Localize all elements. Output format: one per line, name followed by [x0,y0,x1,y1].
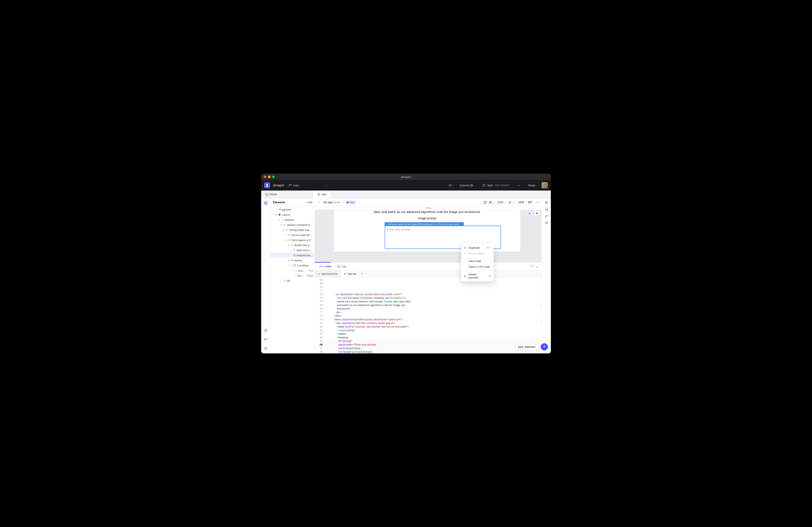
sliders-icon[interactable] [545,201,548,204]
context-menu: ⧉Duplicate⌘ D↺Reset statesView codeOpen … [461,244,494,282]
tree-item[interactable]: ▾section.container.fl… [271,222,315,227]
fullscreen-icon[interactable] [531,264,534,268]
inspect-icon[interactable] [545,207,548,211]
refresh-icon[interactable] [483,201,487,204]
git-icon[interactable] [263,336,269,342]
tree-item[interactable]: TGenerateFalse [271,273,315,278]
more-icon[interactable]: ⋯ [516,182,522,188]
svg-point-23 [537,213,537,214]
canvas[interactable]: 974px idea, and watch as our advanced al… [315,206,541,262]
branch-icon [289,184,292,187]
menu-item[interactable]: 🗑Delete element⌫ [461,272,494,280]
sync-selection-button[interactable]: Sync Selection [515,344,538,350]
target-icon[interactable] [534,211,540,216]
selection-chip[interactable]: › textarea.border.border-slate-200.round… [385,222,464,226]
page-tabs: Home App [261,191,551,199]
add-button[interactable]: + Add [305,201,312,204]
window-title: aimages [261,175,551,178]
panels-icon[interactable] [545,221,548,224]
tree-item[interactable]: ▾form.space-y-6 [271,237,315,243]
branch-selector[interactable]: main ⌄ [289,184,328,187]
svg-point-27 [547,203,548,204]
svg-point-1 [289,186,290,186]
tree-item[interactable]: ›label.text-sm.… [271,248,315,253]
svg-point-5 [264,338,265,339]
help-button[interactable]: ? [541,343,548,350]
tree-item[interactable]: ›div.mx-auto.flex.… [271,232,315,237]
bottom-panel: </> Code Log ⌄ [315,262,541,353]
tree-item[interactable]: ›Fragment [271,207,315,212]
log-icon [337,265,340,268]
chevron-right-icon: › [386,223,387,225]
tree-item[interactable]: ▾Layout [271,212,315,217]
sidebar-title: Elements [273,201,285,204]
svg-point-7 [266,338,267,339]
tree-item[interactable]: ▾children [271,217,315,222]
menu-item[interactable]: ⧉Duplicate⌘ D [461,245,494,251]
menu-item: ↺Reset states [461,251,494,256]
tree-item[interactable]: ▾div.flex.flex-col.… [271,243,315,248]
titlebar: aimages [261,174,551,180]
chevron-down-icon[interactable]: ⌄ [536,264,539,268]
dimensions-input[interactable]: 1920 × 907 [517,200,534,205]
crumb-board[interactable]: App Board [322,200,342,204]
tab-app[interactable]: App [313,191,331,199]
gutter: 6869707172737475767778798081828384858687… [315,277,324,353]
react-icon: ❀ [344,272,346,275]
project-name[interactable]: aimages [273,184,284,187]
sync-icon [482,184,485,187]
zoom-icon[interactable] [272,176,275,178]
tab-code[interactable]: </> Code [316,263,334,270]
svg-point-0 [289,184,290,185]
svg-rect-10 [284,224,286,225]
undo-redo[interactable] [447,182,453,188]
svg-rect-12 [289,234,290,236]
zoom-selector[interactable]: 100% ⌄ [497,201,506,204]
tree-item[interactable]: ›TLoading…True [271,268,315,273]
sync-button[interactable]: Sync Just updated [479,182,513,188]
logo-icon[interactable] [264,182,270,188]
home-icon [265,193,269,196]
file-tab-app[interactable]: ❀ App.tsx [341,270,360,277]
device-selector[interactable]: ⌄ [508,201,514,204]
commit-button[interactable]: Commit (9) [456,182,476,188]
notes-icon[interactable] [263,327,269,334]
element-tree[interactable]: ›Fragment▾Layout▾children▾section.contai… [271,206,315,353]
close-icon[interactable] [264,176,266,178]
tab-home[interactable]: Home [261,191,281,199]
play-icon[interactable] [527,211,533,216]
tab-log[interactable]: Log [334,263,349,270]
avatar[interactable] [541,182,548,188]
terminal-icon[interactable] [263,345,269,351]
code-editor[interactable]: 6869707172737475767778798081828384858687… [315,277,541,353]
new-file-button[interactable]: + [359,270,365,277]
layers-icon[interactable] [263,200,269,206]
svg-point-6 [264,340,265,340]
more-icon[interactable]: ⋯ [536,201,539,204]
svg-rect-8 [264,347,267,349]
top-toolbar: aimages main ⌄ Commit (9) Sync Just upda… [261,180,551,191]
edit-icon[interactable] [545,214,548,218]
menu-item[interactable]: View code [461,258,494,264]
layout-selector[interactable]: ⌄ [489,201,495,204]
svg-point-15 [294,250,294,250]
code-body[interactable]: <p className="text-sm sm:text-base text-… [324,277,541,353]
share-button[interactable]: Share [525,182,539,188]
file-tab-board[interactable]: ▭ app.board.tsx [315,270,341,277]
svg-rect-3 [318,193,320,195]
menu-item[interactable]: Open in VS Code [461,264,494,269]
bottom-tabs: </> Code Log ⌄ [315,263,541,270]
svg-point-2 [291,184,291,185]
sync-status: Just updated [495,184,510,187]
crumb-app[interactable]: App [345,200,356,204]
more-icon: ⋯ [460,223,462,225]
tree-item[interactable]: ▾button [271,258,315,263]
tree-item[interactable]: ▾div.bg-white.shad… [271,227,315,232]
back-button[interactable]: ← [317,201,320,204]
tree-item[interactable]: textarea.bord… [271,253,315,258]
canvas-actions [527,211,540,216]
tree-item[interactable]: ▾Condition [271,263,315,268]
svg-rect-9 [276,209,278,210]
minimize-icon[interactable] [268,176,271,178]
tree-item[interactable]: ›div [271,278,315,283]
